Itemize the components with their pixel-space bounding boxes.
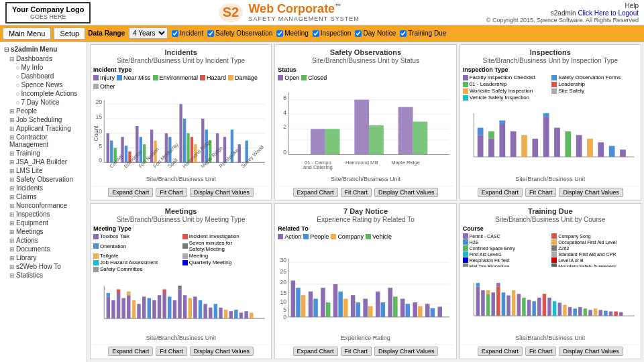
sidebar-item-meetings[interactable]: ⊞Meetings	[3, 227, 84, 236]
svg-rect-112	[189, 298, 192, 318]
main-menu-button[interactable]: Main Menu	[3, 27, 51, 40]
setup-button[interactable]: Setup	[54, 27, 85, 40]
sidebar-item-library[interactable]: ⊞Library	[3, 253, 84, 262]
svg-rect-114	[199, 300, 202, 318]
inspections-fit-btn[interactable]: Fit Chart	[525, 188, 557, 197]
incident-checkbox[interactable]	[172, 30, 178, 37]
sidebar-item-inspections[interactable]: ⊞Inspections	[3, 210, 84, 219]
sidebar-item-documents[interactable]: ⊞Documents	[3, 245, 84, 253]
vehicle2-color	[366, 234, 371, 239]
incidents-expand-btn[interactable]: Expand Chart	[108, 188, 153, 197]
incidents-display-btn[interactable]: Display Chart Values	[190, 188, 254, 197]
dashboard-area: Incidents Site/Branch/Business Unit by I…	[87, 42, 644, 362]
sidebar-item-training[interactable]: ⊞Training	[3, 149, 84, 158]
sidebar-item-7day-notice[interactable]: ○7 Day Notice	[3, 98, 84, 107]
sidebar-item-actions[interactable]: ⊞Actions	[3, 236, 84, 245]
svg-rect-74	[488, 131, 494, 139]
safety-obs-chart-panel: Safety Observations Site/Branch/Business…	[274, 44, 456, 200]
safety-obs-fit-btn[interactable]: Fit Chart	[341, 188, 372, 197]
sidebar-item-equipment[interactable]: ⊞Equipment	[3, 219, 84, 227]
closed-color	[301, 75, 307, 80]
meetings-legend: Toolbox Talk Incident Investigation Orie…	[93, 233, 268, 272]
inspections-display-btn[interactable]: Display Chart Values	[559, 188, 623, 197]
svg-rect-193	[608, 312, 612, 316]
svg-rect-173	[506, 296, 510, 316]
sidebar-item-contractor-mgmt[interactable]: ⊞Contractor Management	[3, 133, 84, 149]
sidebar-item-dashboards[interactable]: ⊟Dashboards	[3, 54, 84, 63]
sidebar-item-safety-obs[interactable]: ⊞Safety Observation	[3, 175, 84, 184]
svg-rect-75	[499, 124, 505, 157]
training-due-chart-footer: Expand Chart Fit Chart Display Chart Val…	[463, 345, 638, 356]
svg-rect-79	[532, 139, 538, 157]
inspections-chart-area	[463, 102, 638, 176]
svg-rect-82	[554, 128, 560, 158]
svg-rect-111	[183, 296, 186, 319]
sidebar-item-job-scheduling[interactable]: ⊞Job Scheduling	[3, 115, 84, 124]
day-notice-expand-btn[interactable]: Expand Chart	[293, 347, 338, 356]
svg-rect-27	[179, 105, 182, 163]
safety-obs-display-btn[interactable]: Display Chart Values	[374, 188, 438, 197]
incidents-fit-btn[interactable]: Fit Chart	[156, 188, 187, 197]
sidebar-item-incomplete-actions[interactable]: ○Incomplete Actions	[3, 89, 84, 98]
svg-rect-110	[178, 286, 181, 289]
inspection-checkbox[interactable]	[313, 30, 319, 37]
training-due-display-btn[interactable]: Display Chart Values	[559, 347, 623, 356]
filter-bar: Data Range 4 Years 1 Year 2 Years 3 Year…	[88, 27, 641, 39]
logout-link[interactable]: Click Here to Logout	[578, 9, 639, 17]
meetings-fit-btn[interactable]: Fit Chart	[156, 347, 187, 356]
sidebar-item-spence-news[interactable]: ○Spence News	[3, 80, 84, 89]
sidebar-item-jsa-jha[interactable]: ⊞JSA_JHA Builder	[3, 158, 84, 166]
svg-text:15: 15	[280, 290, 287, 297]
sidebar-item-lms-lite[interactable]: ⊞LMS Lite	[3, 166, 84, 175]
inspections-expand-btn[interactable]: Expand Chart	[478, 188, 523, 197]
sidebar-item-incidents[interactable]: ⊞Incidents	[3, 184, 84, 192]
day-notice-display-btn[interactable]: Display Chart Values	[374, 347, 438, 356]
sidebar-item-my-info[interactable]: ○My Info	[3, 63, 84, 72]
svg-text:15: 15	[95, 113, 102, 120]
svg-rect-63	[398, 107, 413, 155]
meeting-checkbox[interactable]	[276, 30, 283, 37]
day-notice-fit-btn[interactable]: Fit Chart	[341, 347, 372, 356]
leadership-color	[463, 82, 468, 87]
leadership2-color	[551, 82, 557, 87]
svg-rect-184	[563, 305, 566, 316]
sidebar: ⊟s2admin Menu ⊟Dashboards ○My Info ○Dash…	[0, 42, 87, 362]
svg-rect-61	[355, 100, 370, 155]
svg-rect-189	[588, 310, 592, 316]
inspections-chart-svg	[463, 102, 638, 176]
training-due-expand-btn[interactable]: Expand Chart	[478, 347, 523, 356]
incidents-subtitle: Site/Branch/Business Unit by Incident Ty…	[93, 57, 268, 64]
sidebar-item-s2web-how-to[interactable]: ⊞s2Web How To	[3, 262, 84, 271]
sidebar-item-s2admin-menu[interactable]: ⊟s2admin Menu	[3, 44, 84, 54]
svg-rect-103	[152, 300, 156, 318]
svg-text:4: 4	[284, 109, 287, 116]
sidebar-item-people[interactable]: ⊞People	[3, 107, 84, 115]
meetings-expand-btn[interactable]: Expand Chart	[108, 347, 153, 356]
sidebar-item-statistics[interactable]: ⊞Statistics	[3, 271, 84, 280]
safety-obs-title: Safety Observations	[278, 48, 453, 57]
svg-rect-120	[229, 312, 233, 319]
training-due-checkbox[interactable]	[400, 30, 407, 37]
sidebar-item-nonconformance[interactable]: ⊞Nonconformance	[3, 201, 84, 210]
day-notice-checkbox[interactable]	[355, 30, 362, 37]
circle-icon-incomplete: ○	[16, 90, 19, 97]
sidebar-item-dashboard[interactable]: ○Dashboard	[3, 72, 84, 80]
svg-rect-139	[301, 296, 306, 318]
svg-rect-124	[250, 313, 253, 319]
safety-obs-expand-btn[interactable]: Expand Chart	[293, 188, 338, 197]
svg-rect-161	[438, 307, 443, 317]
training-due-fit-btn[interactable]: Fit Chart	[525, 347, 557, 356]
svg-rect-147	[351, 296, 356, 318]
sidebar-item-applicant-tracking[interactable]: ⊞Applicant Tracking	[3, 124, 84, 133]
legend-safety-forms: Safety Observation Forms	[551, 74, 638, 80]
meetings-display-btn[interactable]: Display Chart Values	[190, 347, 254, 356]
sidebar-item-claims[interactable]: ⊞Claims	[3, 192, 84, 201]
help-label: Help	[486, 2, 639, 9]
date-range-select[interactable]: 4 Years 1 Year 2 Years 3 Years 5 Years	[129, 27, 168, 39]
svg-rect-175	[517, 294, 520, 316]
training-due-legend: Permit - CASC Company Song H2S Occupatio…	[463, 233, 638, 267]
legend-other: Other	[93, 83, 115, 90]
svg-rect-149	[364, 299, 368, 317]
safety-obs-checkbox[interactable]	[207, 30, 214, 37]
svg-rect-91	[107, 297, 110, 319]
